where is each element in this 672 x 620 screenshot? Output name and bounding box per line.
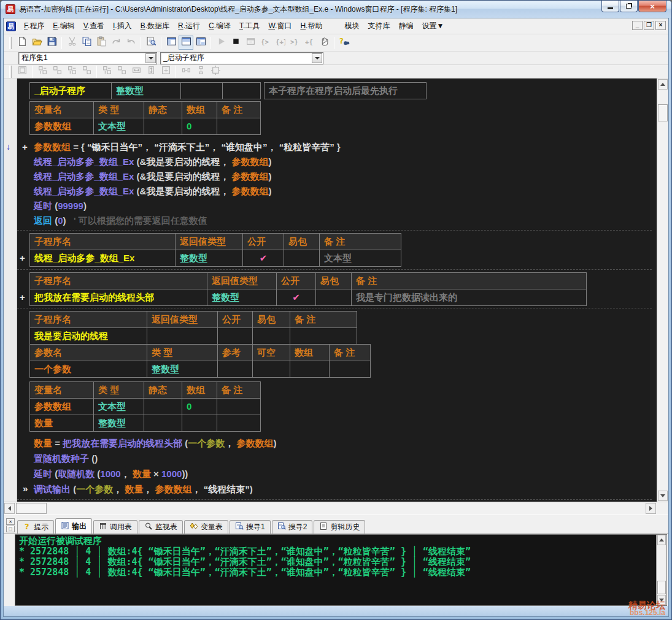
output-scrollbar[interactable] (656, 535, 666, 605)
toolbar-grip[interactable] (9, 66, 12, 78)
menu-item-静编[interactable]: 静编 (394, 19, 417, 33)
table-cell[interactable]: 备 注 (217, 382, 261, 399)
scroll-up-button[interactable] (657, 535, 666, 545)
table-cell[interactable] (223, 83, 261, 99)
subprogram-select[interactable]: _启动子程序 (160, 52, 323, 64)
subprogram-comment-cell[interactable]: 本子程序在程序启动后最先执行 (264, 82, 427, 99)
table-cell[interactable] (284, 250, 320, 267)
table-cell[interactable]: 整数型 (207, 289, 277, 306)
tab-搜寻2[interactable]: 搜寻2 (272, 520, 313, 534)
table-cell[interactable]: 变量名 (30, 382, 94, 399)
table-cell[interactable]: ✔ (277, 289, 316, 306)
table-cell[interactable] (144, 415, 182, 432)
table-cell[interactable]: 静态 (144, 382, 182, 399)
table-cell[interactable] (217, 399, 261, 415)
close-button[interactable]: × (638, 1, 666, 12)
table-cell[interactable] (182, 415, 217, 432)
table-cell[interactable]: ✔ (243, 250, 284, 267)
table-cell[interactable]: 数量 (30, 415, 94, 432)
window-top-split-button[interactable] (179, 36, 193, 50)
code-line[interactable]: 调试输出 (一个参数， 数量， 参数数组， “线程结束”)» (17, 481, 276, 497)
code-line[interactable]: 数量 = 把我放在需要启动的线程头部 (一个参数， 参数数组) (17, 435, 276, 451)
table-cell[interactable]: 子程序名 (30, 234, 176, 250)
assembly-select-arrow-button[interactable] (145, 53, 156, 63)
table-cell[interactable] (217, 415, 261, 432)
menu-item-I[interactable]: I.插入 (109, 19, 136, 33)
table-cell[interactable] (253, 328, 290, 345)
table-cell[interactable]: 子程序名 (30, 273, 207, 289)
mdi-minimize-button[interactable]: _ (632, 21, 643, 30)
table-cell[interactable] (147, 328, 218, 345)
table-cell[interactable]: 整数型 (147, 361, 218, 378)
table-cell[interactable] (217, 118, 261, 135)
table-cell[interactable]: 整数型 (176, 250, 243, 267)
table-cell[interactable]: 文本型 (94, 118, 144, 135)
table-cell[interactable]: 参考 (218, 345, 253, 361)
table-cell[interactable]: 备 注 (352, 273, 587, 289)
menu-item-F[interactable]: F.程序 (20, 19, 48, 33)
toolbar-grip[interactable] (9, 37, 12, 49)
table-cell[interactable]: 0 (182, 399, 217, 415)
table-cell[interactable]: 公开 (218, 312, 253, 328)
window-grid-button[interactable] (193, 36, 208, 50)
tab-调用表[interactable]: 调用表 (93, 520, 137, 534)
table-cell[interactable]: 易包 (284, 234, 320, 250)
tab-监视表[interactable]: 监视表 (139, 520, 183, 534)
mdi-restore-button[interactable]: ❐ (644, 21, 654, 30)
expand-plus-icon[interactable]: + (22, 143, 28, 151)
table-cell[interactable]: 类 型 (147, 345, 218, 361)
scroll-left-button[interactable] (4, 503, 15, 514)
pause-hand-button[interactable] (317, 36, 331, 50)
table-cell[interactable]: 易包 (316, 273, 352, 289)
code-line[interactable]: 延时 (取随机数 (1000， 数量 × 1000)) (17, 466, 276, 481)
table-cell[interactable] (290, 361, 330, 378)
scroll-thumb[interactable] (658, 104, 668, 121)
table-cell[interactable] (253, 361, 290, 378)
table-cell[interactable] (181, 83, 223, 99)
save-button[interactable] (44, 36, 59, 50)
table-cell[interactable]: 0 (182, 118, 217, 135)
table-cell[interactable]: 把我放在需要启动的线程头部 (30, 289, 207, 306)
copy-button[interactable] (79, 36, 94, 50)
code-line[interactable]: 参数数组 = { “锄禾日当午”， “汗滴禾下土”， “谁知盘中”， “粒粒皆辛… (17, 140, 341, 155)
tab-提示[interactable]: ?提示 (17, 520, 54, 534)
table-cell[interactable]: 可空 (253, 345, 290, 361)
menu-item-H[interactable]: H.帮助 (296, 19, 326, 33)
menu-item-E[interactable]: E.编辑 (48, 19, 79, 33)
open-folder-button[interactable] (29, 36, 44, 50)
table-cell[interactable]: 公开 (277, 273, 316, 289)
tab-输出[interactable]: 输出 (55, 518, 92, 534)
subprogram-select-arrow-button[interactable] (312, 53, 322, 63)
scroll-thumb[interactable] (16, 503, 47, 514)
debug-output[interactable]: 开始运行被调试程序* 2572848 │ 4 │ 数组:4{ “锄禾日当午”，“… (15, 534, 667, 606)
mdi-close-button[interactable]: × (655, 21, 666, 30)
table-cell[interactable] (218, 328, 253, 345)
code-line[interactable]: 置随机数种子 () (17, 451, 276, 466)
editor-vertical-scrollbar[interactable] (657, 78, 668, 502)
assembly-select[interactable]: 程序集1 (18, 52, 157, 64)
table-cell[interactable]: _启动子程序 (30, 83, 112, 99)
menu-item-模块[interactable]: 模块 (340, 19, 363, 33)
table-cell[interactable]: 备 注 (290, 312, 357, 328)
table-cell[interactable]: 静态 (144, 102, 182, 118)
table-cell[interactable] (144, 118, 182, 135)
menu-item-V[interactable]: V.查看 (79, 19, 109, 33)
stop-button[interactable] (228, 36, 243, 50)
table-cell[interactable]: 参数数组 (30, 118, 94, 135)
menu-item-W[interactable]: W.窗口 (264, 19, 296, 33)
table-cell[interactable]: 子程序名 (30, 312, 147, 328)
code-line[interactable]: 延时 (99999) (17, 199, 341, 213)
editor-horizontal-scrollbar[interactable] (4, 502, 668, 515)
table-cell[interactable]: 易包 (253, 312, 290, 328)
menu-item-R[interactable]: R.运行 (174, 19, 204, 33)
help-find-button[interactable]: ? (337, 36, 352, 50)
table-cell[interactable]: 备 注 (217, 102, 261, 118)
minimize-button[interactable] (601, 1, 619, 12)
table-cell[interactable]: 返回值类型 (207, 273, 277, 289)
table-cell[interactable] (218, 361, 253, 378)
table-cell[interactable]: 备 注 (330, 345, 371, 361)
scroll-thumb[interactable] (657, 581, 666, 594)
menu-item-支持库[interactable]: 支持库 (363, 19, 394, 33)
table-cell[interactable]: 类 型 (94, 102, 144, 118)
table-cell[interactable]: 文本型 (94, 399, 144, 415)
